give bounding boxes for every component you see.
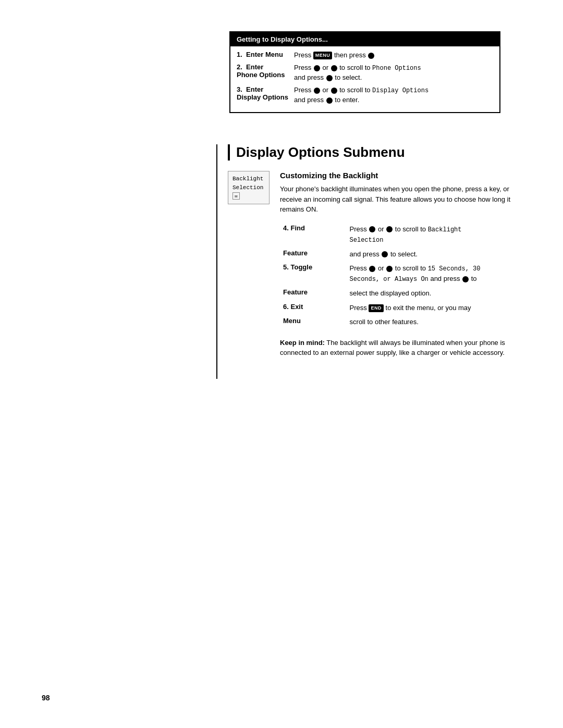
up-btn-icon bbox=[314, 65, 320, 71]
up-5-icon bbox=[369, 266, 375, 272]
step-6-num: 6. Exit bbox=[280, 301, 347, 315]
step-2-label: 2. Enter Phone Options bbox=[237, 63, 294, 79]
step-2-desc: Press or to scroll to Phone Options and … bbox=[294, 63, 493, 82]
content-area: Customizing the Backlight Your phone's b… bbox=[280, 171, 521, 368]
step-4b-desc: and press to select. bbox=[347, 247, 521, 262]
step-5-desc: Press or to scroll to 15 Seconds, 30Seco… bbox=[347, 261, 521, 286]
step-6b-desc: scroll to other features. bbox=[347, 315, 521, 329]
main-layout: Display Options Submenu Backlight Select… bbox=[63, 144, 521, 379]
up-4-icon bbox=[369, 226, 375, 232]
phone-options-mono: Phone Options bbox=[372, 65, 421, 72]
ok-button-icon bbox=[368, 53, 374, 59]
step-4-row: 4. Find Press or to scroll to BacklightS… bbox=[280, 222, 521, 247]
section-title: Display Options Submenu bbox=[228, 144, 521, 161]
down-btn-3-icon bbox=[331, 88, 337, 94]
step-1-desc: Press MENU then press bbox=[294, 51, 493, 60]
body-text: Your phone's backlight illuminates when … bbox=[280, 184, 521, 215]
step-6b-row: Menu scroll to other features. bbox=[280, 315, 521, 329]
selection-icon: ✉ bbox=[232, 192, 240, 200]
step-3-desc: Press or to scroll to Display Options an… bbox=[294, 85, 493, 105]
step-5-num: 5. Toggle bbox=[280, 261, 347, 286]
step-5-sublabel: Feature bbox=[280, 286, 347, 301]
step-4-sublabel: Feature bbox=[280, 247, 347, 262]
right-col: Display Options Submenu Backlight Select… bbox=[216, 144, 521, 379]
ok-4-icon bbox=[382, 251, 388, 257]
step-3-row: 3. Enter Display Options Press or to scr… bbox=[237, 85, 493, 105]
step-5-row: 5. Toggle Press or to scroll to 15 Secon… bbox=[280, 261, 521, 286]
keep-in-mind: Keep in mind: The backlight will always … bbox=[280, 338, 521, 358]
display-options-mono: Display Options bbox=[372, 87, 429, 94]
backlight-sel-mono: BacklightSelection bbox=[350, 226, 462, 244]
sidebar-line2: Selection ✉ bbox=[232, 183, 265, 201]
down-4-icon bbox=[386, 226, 393, 232]
sidebar-line1: Backlight bbox=[232, 175, 265, 183]
step-4-desc: Press or to scroll to BacklightSelection bbox=[347, 222, 521, 247]
step-5b-desc: select the displayed option. bbox=[347, 286, 521, 301]
page-container: Getting to Display Options... 1. Enter M… bbox=[0, 0, 563, 728]
step-6-sublabel: Menu bbox=[280, 315, 347, 329]
step-6-row: 6. Exit Press END to exit the menu, or y… bbox=[280, 301, 521, 315]
section-body: Backlight Selection ✉ Customizing the Ba… bbox=[228, 171, 521, 368]
left-col bbox=[63, 144, 216, 379]
step-6-desc: Press END to exit the menu, or you may bbox=[347, 301, 521, 315]
up-btn-3-icon bbox=[314, 88, 320, 94]
menu-key-badge: MENU bbox=[313, 52, 333, 59]
step-4b-row: Feature and press to select. bbox=[280, 247, 521, 262]
step-1-label: 1. Enter Menu bbox=[237, 51, 294, 58]
ok-5-icon bbox=[462, 276, 469, 282]
down-btn-icon bbox=[331, 65, 337, 71]
page-number: 98 bbox=[42, 694, 50, 702]
step-3-label: 3. Enter Display Options bbox=[237, 85, 294, 101]
steps-table: 4. Find Press or to scroll to BacklightS… bbox=[280, 222, 521, 329]
step-4-num: 4. Find bbox=[280, 222, 347, 247]
step-2-row: 2. Enter Phone Options Press or to scrol… bbox=[237, 63, 493, 82]
subsection-title: Customizing the Backlight bbox=[280, 171, 521, 180]
sidebar-box: Backlight Selection ✉ bbox=[228, 171, 270, 204]
step-5b-row: Feature select the displayed option. bbox=[280, 286, 521, 301]
end-key-badge: END bbox=[369, 304, 384, 313]
keep-in-mind-label: Keep in mind: bbox=[280, 339, 325, 347]
getting-to-header: Getting to Display Options... bbox=[230, 32, 499, 46]
ok-btn-3-icon bbox=[326, 97, 333, 104]
getting-to-content: 1. Enter Menu Press MENU then press 2. E… bbox=[230, 46, 499, 112]
getting-to-box: Getting to Display Options... 1. Enter M… bbox=[229, 31, 500, 113]
step-1-row: 1. Enter Menu Press MENU then press bbox=[237, 51, 493, 60]
down-5-icon bbox=[386, 266, 393, 272]
ok-btn-2-icon bbox=[326, 75, 333, 81]
